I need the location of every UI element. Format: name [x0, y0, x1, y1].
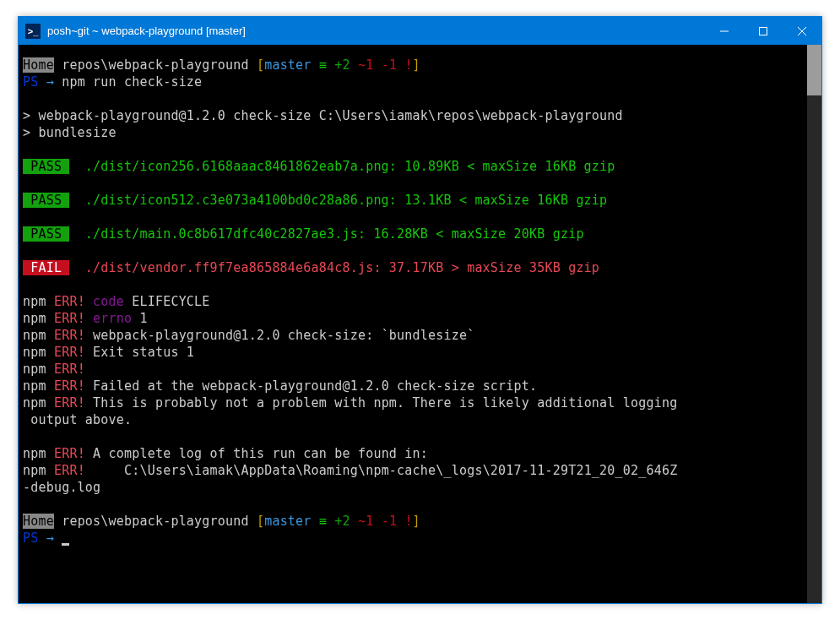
- minimize-button[interactable]: [705, 17, 744, 45]
- err-text: output above.: [23, 412, 132, 427]
- npm: npm: [23, 395, 46, 411]
- close-icon: [798, 27, 806, 35]
- branch-equiv: ≡: [312, 514, 335, 529]
- svg-rect-1: [760, 27, 767, 35]
- npm-header-1: > webpack-playground@1.2.0 check-size C:…: [23, 108, 623, 123]
- pass-badge: PASS: [23, 193, 69, 208]
- err-code-label: code: [85, 294, 124, 309]
- branch-open: [: [257, 514, 264, 529]
- git-add: +2: [334, 514, 350, 529]
- git-del: -1: [382, 514, 405, 529]
- branch-open: [: [257, 57, 264, 73]
- ps-label: PS: [23, 74, 38, 90]
- branch-name: master: [264, 57, 311, 73]
- branch-equiv: ≡: [312, 57, 335, 73]
- pass-badge: PASS: [23, 159, 69, 174]
- titlebar[interactable]: >_ posh~git ~ webpack-playground [master…: [19, 17, 821, 45]
- pass-badge: PASS: [23, 226, 69, 242]
- git-mod: ~1: [350, 514, 382, 529]
- err-text: A complete log of this run can be found …: [85, 446, 428, 461]
- err-text: Exit status 1: [85, 345, 194, 360]
- maximize-icon: [759, 27, 767, 35]
- git-del: -1: [382, 57, 405, 73]
- git-bang: !: [404, 57, 412, 73]
- prompt-arrow: →: [38, 530, 62, 546]
- result-line: ./dist/icon256.6168aaac8461862eab7a.png:…: [69, 159, 615, 174]
- prompt-home: Home: [23, 57, 54, 73]
- terminal-output[interactable]: Home repos\webpack-playground [master ≡ …: [19, 45, 807, 603]
- err-text: Failed at the webpack-playground@1.2.0 c…: [85, 378, 537, 394]
- err-text: webpack-playground@1.2.0 check-size: `bu…: [85, 328, 475, 343]
- terminal-area: Home repos\webpack-playground [master ≡ …: [19, 45, 821, 603]
- cursor: [62, 543, 69, 546]
- branch-name: master: [264, 514, 311, 529]
- err-label: ERR!: [46, 463, 85, 478]
- err-label: ERR!: [46, 446, 85, 461]
- err-errno-label: errno: [85, 311, 132, 326]
- err-label: ERR!: [46, 362, 85, 377]
- window-title: posh~git ~ webpack-playground [master]: [47, 24, 705, 37]
- err-label: ERR!: [46, 378, 85, 394]
- powershell-icon: >_: [25, 24, 41, 39]
- npm: npm: [23, 311, 46, 326]
- err-label: ERR!: [46, 395, 85, 411]
- err-label: ERR!: [46, 345, 85, 360]
- err-label: ERR!: [46, 311, 85, 326]
- npm: npm: [23, 345, 46, 360]
- npm-header-2: > bundlesize: [23, 125, 117, 140]
- ps-label: PS: [23, 530, 38, 546]
- prompt-arrow: →: [38, 74, 62, 90]
- err-text: This is probably not a problem with npm.…: [85, 395, 678, 411]
- npm: npm: [23, 294, 46, 309]
- scrollbar-thumb[interactable]: [807, 45, 821, 95]
- git-mod: ~1: [350, 57, 382, 73]
- branch-close: ]: [413, 57, 420, 73]
- scrollbar[interactable]: [807, 45, 821, 603]
- maximize-button[interactable]: [744, 17, 783, 45]
- err-text: -debug.log: [23, 480, 100, 495]
- result-line: ./dist/vendor.ff9f7ea865884e6a84c8.js: 3…: [69, 260, 599, 275]
- err-label: ERR!: [46, 328, 85, 343]
- branch-close: ]: [413, 514, 420, 529]
- result-line: ./dist/icon512.c3e073a4100bd0c28a86.png:…: [69, 193, 607, 208]
- prompt-path: repos\webpack-playground: [54, 514, 257, 529]
- prompt-home: Home: [23, 514, 54, 529]
- command-text: npm run check-size: [62, 74, 202, 90]
- npm: npm: [23, 463, 46, 478]
- err-text: C:\Users\iamak\AppData\Roaming\npm-cache…: [85, 463, 678, 478]
- npm: npm: [23, 446, 46, 461]
- err-errno: 1: [132, 311, 147, 326]
- err-code: ELIFECYCLE: [124, 294, 210, 309]
- err-label: ERR!: [46, 294, 85, 309]
- prompt-path: repos\webpack-playground: [54, 57, 257, 73]
- result-line: ./dist/main.0c8b617dfc40c2827ae3.js: 16.…: [69, 226, 583, 242]
- window-controls: [705, 17, 821, 45]
- git-add: +2: [334, 57, 350, 73]
- terminal-window: >_ posh~git ~ webpack-playground [master…: [18, 16, 822, 604]
- npm: npm: [23, 378, 46, 394]
- minimize-icon: [720, 27, 729, 35]
- git-bang: !: [404, 514, 412, 529]
- close-button[interactable]: [783, 17, 821, 45]
- npm: npm: [23, 328, 46, 343]
- npm: npm: [23, 362, 46, 377]
- fail-badge: FAIL: [23, 260, 69, 275]
